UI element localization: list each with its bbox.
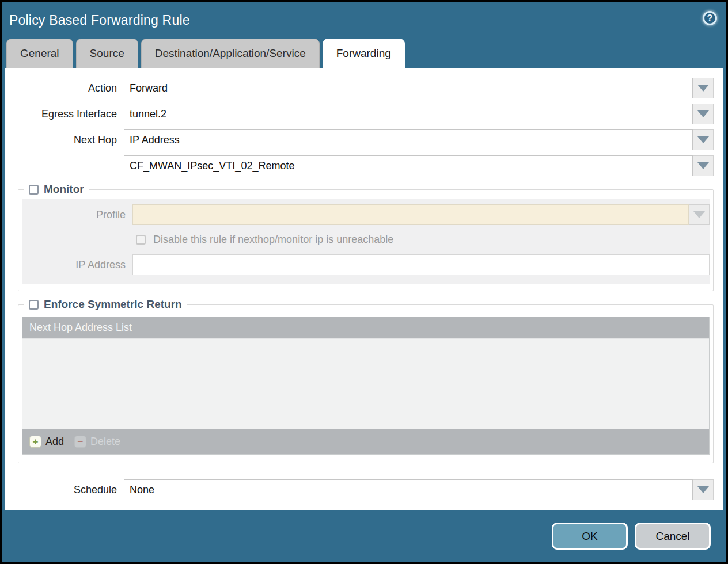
schedule-value[interactable]: None	[124, 479, 693, 500]
monitor-ip-address-label: IP Address	[22, 254, 132, 275]
disable-rule-label: Disable this rule if nexthop/monitor ip …	[153, 234, 393, 246]
next-hop-label: Next Hop	[5, 129, 124, 150]
next-hop-address-dropdown: CF_MWAN_IPsec_VTI_02_Remote	[124, 155, 714, 176]
symmetric-return-checkbox[interactable]	[29, 300, 39, 310]
symmetric-return-fieldset: Enforce Symmetric Return Next Hop Addres…	[18, 304, 714, 463]
profile-dropdown	[132, 204, 710, 225]
table-header-label: Next Hop Address List	[29, 322, 132, 334]
next-hop-address-value[interactable]: CF_MWAN_IPsec_VTI_02_Remote	[124, 155, 693, 176]
profile-label: Profile	[22, 204, 132, 225]
profile-value	[132, 204, 689, 225]
dialog-footer: OK Cancel	[2, 510, 726, 562]
tab-destination-application-service[interactable]: Destination/Application/Service	[141, 39, 320, 68]
monitor-checkbox[interactable]	[29, 185, 39, 195]
cancel-button[interactable]: Cancel	[635, 523, 711, 550]
schedule-row: Schedule None	[5, 479, 714, 500]
action-dropdown-button[interactable]	[693, 78, 714, 98]
disable-rule-row: Disable this rule if nexthop/monitor ip …	[136, 234, 710, 246]
symmetric-return-legend: Enforce Symmetric Return	[24, 298, 187, 311]
tab-bar: General Source Destination/Application/S…	[2, 39, 726, 68]
table-body[interactable]	[22, 339, 709, 429]
chevron-down-icon	[697, 486, 709, 493]
action-dropdown: Forward	[124, 78, 714, 98]
delete-button: − Delete	[74, 436, 120, 448]
next-hop-address-row: CF_MWAN_IPsec_VTI_02_Remote	[5, 155, 714, 176]
profile-dropdown-button	[689, 204, 710, 225]
monitor-legend: Monitor	[24, 182, 89, 196]
schedule-dropdown: None	[124, 479, 714, 500]
minus-icon: −	[74, 436, 86, 448]
chevron-down-icon	[697, 162, 709, 169]
monitor-title: Monitor	[44, 182, 84, 196]
next-hop-dropdown-button[interactable]	[693, 129, 714, 150]
monitor-ip-address-value	[132, 254, 710, 275]
add-button-label: Add	[46, 436, 64, 448]
chevron-down-icon	[697, 85, 709, 92]
next-hop-type-value[interactable]: IP Address	[124, 129, 693, 150]
next-hop-address-label	[5, 155, 124, 176]
delete-button-label: Delete	[90, 436, 120, 448]
egress-interface-row: Egress Interface tunnel.2	[5, 104, 714, 124]
monitor-body: Profile Disable this rule if nexthop/mon…	[22, 199, 710, 284]
action-value[interactable]: Forward	[124, 78, 693, 98]
tab-source[interactable]: Source	[76, 39, 138, 68]
chevron-down-icon	[697, 136, 709, 143]
tab-general[interactable]: General	[6, 39, 73, 68]
action-row: Action Forward	[5, 78, 714, 98]
next-hop-type-dropdown: IP Address	[124, 129, 714, 150]
next-hop-address-table: Next Hop Address List + Add − Delete	[22, 317, 710, 455]
monitor-ip-address-row: IP Address	[22, 254, 710, 275]
add-button[interactable]: + Add	[29, 436, 64, 448]
plus-icon: +	[29, 436, 41, 448]
table-toolbar: + Add − Delete	[22, 429, 709, 454]
schedule-label: Schedule	[5, 479, 124, 500]
disable-rule-checkbox	[136, 235, 146, 245]
pbf-rule-dialog: Policy Based Forwarding Rule ? General S…	[0, 0, 728, 564]
dialog-titlebar: Policy Based Forwarding Rule ?	[2, 2, 726, 39]
monitor-fieldset: Monitor Profile Disable this rule if nex…	[18, 189, 714, 291]
next-hop-row: Next Hop IP Address	[5, 129, 714, 150]
ok-button[interactable]: OK	[552, 523, 628, 550]
egress-interface-dropdown: tunnel.2	[124, 104, 714, 124]
forwarding-tab-panel: Action Forward Egress Interface tunnel.2…	[5, 68, 723, 510]
dialog-title: Policy Based Forwarding Rule	[9, 13, 190, 28]
next-hop-address-dropdown-button[interactable]	[693, 155, 714, 176]
table-header: Next Hop Address List	[22, 317, 709, 339]
symmetric-return-title: Enforce Symmetric Return	[44, 298, 182, 311]
action-label: Action	[5, 78, 124, 98]
tab-forwarding[interactable]: Forwarding	[323, 39, 405, 68]
egress-interface-dropdown-button[interactable]	[693, 104, 714, 124]
chevron-down-icon	[697, 110, 709, 117]
profile-row: Profile	[22, 204, 710, 225]
monitor-ip-address-field	[132, 254, 710, 275]
schedule-dropdown-button[interactable]	[693, 479, 714, 500]
egress-interface-label: Egress Interface	[5, 104, 124, 124]
egress-interface-value[interactable]: tunnel.2	[124, 104, 693, 124]
chevron-down-icon	[693, 211, 705, 218]
help-icon[interactable]: ?	[703, 11, 717, 25]
